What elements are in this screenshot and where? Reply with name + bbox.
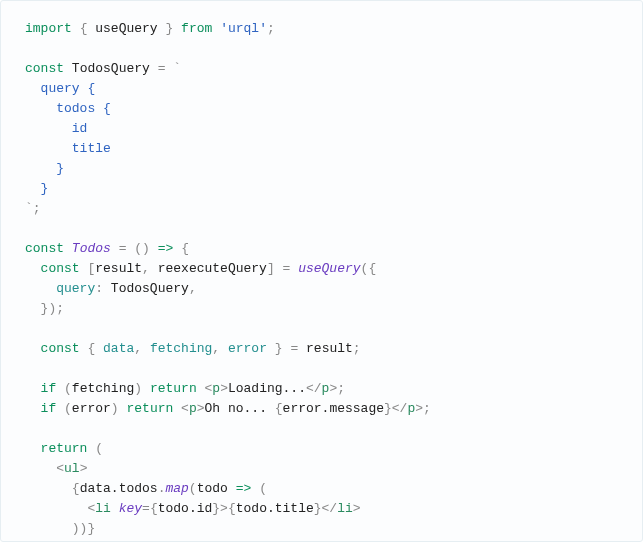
brace-close: }	[87, 521, 95, 536]
expr-todo-title: todo.title	[236, 501, 314, 516]
gql-line: }	[25, 181, 48, 196]
bracket-close: ]	[267, 261, 275, 276]
eq: =	[158, 61, 166, 76]
gql-line: id	[25, 121, 87, 136]
ident-data: data	[103, 341, 134, 356]
angle-open: </	[306, 381, 322, 396]
brace-open: {	[87, 341, 95, 356]
eq: =	[283, 261, 291, 276]
ident-error: error	[228, 341, 267, 356]
eq: =	[119, 241, 127, 256]
tag-li: li	[95, 501, 111, 516]
kw-import: import	[25, 21, 72, 36]
eq: =	[142, 501, 150, 516]
tag-li: li	[337, 501, 353, 516]
angle-close: >	[220, 501, 228, 516]
paren-open: (	[64, 381, 72, 396]
brace-open: {	[80, 21, 88, 36]
semicolon: ;	[423, 401, 431, 416]
cond-error: error	[72, 401, 111, 416]
brace-close: }	[275, 341, 283, 356]
expr-error-message: error.message	[283, 401, 384, 416]
tag-p: p	[189, 401, 197, 416]
ident-fetching: fetching	[150, 341, 212, 356]
brace-open: {	[275, 401, 283, 416]
ident-Todos: Todos	[72, 241, 111, 256]
kw-from: from	[181, 21, 212, 36]
angle-close: >	[353, 501, 361, 516]
brace-open: {	[72, 481, 80, 496]
code-content: import { useQuery } from 'urql'; const T…	[25, 19, 636, 542]
ident-TodosQuery: TodosQuery	[72, 61, 150, 76]
kw-return: return	[150, 381, 197, 396]
kw-if: if	[41, 381, 57, 396]
angle-close: >	[197, 401, 205, 416]
kw-if: if	[41, 401, 57, 416]
brace-open: {	[181, 241, 189, 256]
paren-open: (	[189, 481, 197, 496]
gql-line: todos {	[25, 101, 111, 116]
paren-close: )	[134, 381, 142, 396]
brace-open: {	[150, 501, 158, 516]
backtick: `	[173, 61, 181, 76]
ident-useQuery: useQuery	[95, 21, 157, 36]
brace-open: {	[228, 501, 236, 516]
angle-close: >	[80, 461, 88, 476]
colon: :	[95, 281, 103, 296]
gql-line: title	[25, 141, 111, 156]
brace-close: }	[384, 401, 392, 416]
cond-fetching: fetching	[72, 381, 134, 396]
expr-data-todos: data.todos	[80, 481, 158, 496]
prop-query: query	[56, 281, 95, 296]
code-block: import { useQuery } from 'urql'; const T…	[0, 0, 643, 542]
angle-open: <	[181, 401, 189, 416]
comma: ,	[134, 341, 142, 356]
expr-todo-id: todo.id	[158, 501, 213, 516]
paren-close: )	[111, 401, 119, 416]
arrow: =>	[236, 481, 252, 496]
kw-const: const	[25, 61, 64, 76]
angle-open: </	[392, 401, 408, 416]
angle-close: >	[220, 381, 228, 396]
kw-const: const	[41, 261, 80, 276]
fn-useQuery: useQuery	[298, 261, 360, 276]
brace-close: }	[212, 501, 220, 516]
semicolon: ;	[337, 381, 345, 396]
tag-p: p	[212, 381, 220, 396]
comma: ,	[189, 281, 197, 296]
paren-open: (	[259, 481, 267, 496]
jsx-text: Oh no...	[205, 401, 275, 416]
gql-line: query {	[25, 81, 95, 96]
backtick: `	[25, 201, 33, 216]
angle-close: >	[415, 401, 423, 416]
kw-return: return	[126, 401, 173, 416]
paren-close: ))	[72, 521, 88, 536]
arg-todo: todo	[197, 481, 228, 496]
arrow: =>	[158, 241, 174, 256]
fn-map: map	[165, 481, 188, 496]
brace-close: }	[314, 501, 322, 516]
parens: ()	[134, 241, 150, 256]
comma: ,	[142, 261, 150, 276]
attr-key: key	[119, 501, 142, 516]
str-urql: 'urql'	[220, 21, 267, 36]
paren-open: (	[95, 441, 103, 456]
gql-line: }	[25, 161, 64, 176]
semicolon: ;	[267, 21, 275, 36]
ident-result: result	[95, 261, 142, 276]
tag-ul: ul	[64, 461, 80, 476]
ident-TodosQuery: TodosQuery	[111, 281, 189, 296]
kw-const: const	[25, 241, 64, 256]
semicolon: ;	[33, 201, 41, 216]
semicolon: ;	[353, 341, 361, 356]
paren-open: (	[64, 401, 72, 416]
jsx-text: Loading...	[228, 381, 306, 396]
brace-close: }	[165, 21, 173, 36]
kw-return: return	[41, 441, 88, 456]
angle-open: </	[322, 501, 338, 516]
angle-open: <	[56, 461, 64, 476]
kw-const: const	[41, 341, 80, 356]
comma: ,	[212, 341, 220, 356]
brace-open: {	[368, 261, 376, 276]
ident-reexecuteQuery: reexecuteQuery	[158, 261, 267, 276]
